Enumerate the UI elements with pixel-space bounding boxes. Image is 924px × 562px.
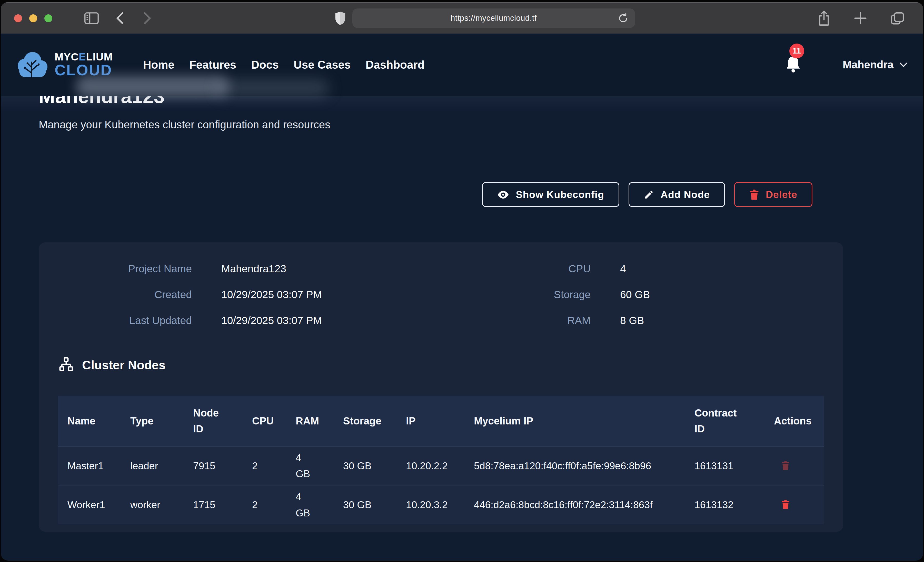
cluster-nodes-table: Name Type Node ID CPU RAM Storage IP Myc…	[58, 396, 824, 524]
privacy-shield-icon[interactable]	[334, 11, 346, 25]
pencil-icon	[644, 190, 654, 200]
nav-link-dashboard[interactable]: Dashboard	[366, 58, 424, 71]
cluster-nodes-title: Cluster Nodes	[82, 358, 165, 372]
table-row-worker1: Worker1 worker 1715 2 4 GB 30 GB 10.20.3…	[58, 485, 824, 524]
cell-storage: 30 GB	[334, 446, 396, 485]
screenshot-stage: https://myceliumcloud.tf	[0, 0, 924, 562]
cluster-header-section: Mahendra123 Manage your Kubernetes clust…	[1, 85, 923, 207]
delete-node-button[interactable]	[781, 499, 790, 510]
cluster-nodes-heading: Cluster Nodes	[58, 357, 824, 373]
nav-link-home[interactable]: Home	[143, 58, 174, 71]
cell-type: worker	[121, 485, 184, 524]
notifications-button[interactable]: 11	[785, 55, 802, 74]
cell-name: Worker1	[58, 485, 121, 524]
cell-type: leader	[121, 446, 184, 485]
reload-icon[interactable]	[617, 12, 629, 24]
delete-cluster-button[interactable]: Delete	[734, 182, 813, 207]
cell-node-id: 1715	[184, 485, 243, 524]
last-updated-value: 10/29/2025 03:07 PM	[192, 315, 382, 327]
ram-value: 8 GB	[591, 315, 824, 327]
brand-logo[interactable]: MYCELIUM CLOUD	[16, 50, 113, 80]
trash-icon	[781, 460, 790, 471]
cell-ip: 10.20.3.2	[396, 485, 464, 524]
address-bar[interactable]: https://myceliumcloud.tf	[352, 9, 635, 28]
cell-cpu: 2	[243, 446, 286, 485]
cell-actions	[765, 446, 824, 485]
cell-contract-id: 1613131	[685, 446, 765, 485]
cell-contract-id: 1613132	[685, 485, 765, 524]
show-kubeconfig-button[interactable]: Show Kubeconfig	[482, 182, 619, 207]
close-window-button[interactable]	[14, 14, 22, 22]
table-row-master1: Master1 leader 7915 2 4 GB 30 GB 10.20.2…	[58, 446, 824, 485]
table-header-row: Name Type Node ID CPU RAM Storage IP Myc…	[58, 396, 824, 446]
cell-ip: 10.20.2.2	[396, 446, 464, 485]
cluster-details-card: Project Name Mahendra123 CPU 4 Created 1…	[39, 242, 843, 532]
col-mycelium-ip: Mycelium IP	[464, 396, 685, 446]
nav-link-docs[interactable]: Docs	[251, 58, 279, 71]
chevron-down-icon	[899, 62, 908, 68]
add-node-button[interactable]: Add Node	[628, 182, 725, 207]
col-node-id: Node ID	[184, 396, 243, 446]
new-tab-icon[interactable]	[853, 11, 868, 25]
col-actions: Actions	[765, 396, 824, 446]
url-text: https://myceliumcloud.tf	[451, 13, 537, 23]
cpu-label: CPU	[382, 263, 591, 275]
page-viewport: MYCELIUM CLOUD Home Features Docs Use Ca…	[1, 34, 923, 560]
col-storage: Storage	[334, 396, 396, 446]
col-ram: RAM	[286, 396, 334, 446]
col-contract-id: Contract ID	[685, 396, 765, 446]
nav-link-features[interactable]: Features	[189, 58, 236, 71]
cluster-actions: Show Kubeconfig Add Node	[39, 182, 843, 207]
storage-label: Storage	[382, 289, 591, 301]
cluster-info-grid: Project Name Mahendra123 CPU 4 Created 1…	[58, 263, 824, 327]
ram-label: RAM	[382, 315, 591, 327]
traffic-lights	[14, 14, 52, 22]
last-updated-label: Last Updated	[58, 315, 192, 327]
browser-toolbar: https://myceliumcloud.tf	[1, 2, 923, 34]
project-name-label: Project Name	[58, 263, 192, 275]
col-cpu: CPU	[243, 396, 286, 446]
nav-link-use-cases[interactable]: Use Cases	[294, 58, 351, 71]
created-label: Created	[58, 289, 192, 301]
cell-actions	[765, 485, 824, 524]
share-icon[interactable]	[816, 10, 831, 27]
blurred-redaction	[76, 76, 230, 97]
notification-count-badge: 11	[789, 43, 804, 58]
cloud-logo-icon	[16, 50, 49, 80]
delete-node-button[interactable]	[781, 460, 790, 471]
sidebar-toggle-icon[interactable]	[84, 11, 99, 25]
created-value: 10/29/2025 03:07 PM	[192, 289, 382, 301]
cell-mycelium-ip: 446:d2a6:8bcd:8c16:ff0f:72e2:3114:863f	[464, 485, 685, 524]
cell-cpu: 2	[243, 485, 286, 524]
minimize-window-button[interactable]	[29, 14, 37, 22]
col-ip: IP	[396, 396, 464, 446]
tab-overview-icon[interactable]	[890, 11, 905, 25]
cell-mycelium-ip: 5d8:78ea:a120:f40c:ff0f:a5fe:99e6:8b96	[464, 446, 685, 485]
cpu-value: 4	[591, 263, 824, 275]
macos-safari-window: https://myceliumcloud.tf	[1, 2, 923, 561]
blurred-redaction-2	[216, 79, 329, 97]
storage-value: 60 GB	[591, 289, 824, 301]
project-name-value: Mahendra123	[192, 263, 382, 275]
cell-ram: 4 GB	[286, 446, 334, 485]
col-name: Name	[58, 396, 121, 446]
cell-node-id: 7915	[184, 446, 243, 485]
trash-icon	[749, 189, 759, 200]
cell-storage: 30 GB	[334, 485, 396, 524]
col-type: Type	[121, 396, 184, 446]
brand-name-top: MYCELIUM	[55, 52, 113, 63]
user-name: Mahendra	[843, 59, 894, 71]
cell-name: Master1	[58, 446, 121, 485]
nav-links: Home Features Docs Use Cases Dashboard	[143, 58, 424, 71]
trash-icon	[781, 499, 790, 510]
page-subtitle: Manage your Kubernetes cluster configura…	[39, 119, 885, 131]
eye-icon	[497, 190, 509, 200]
network-nodes-icon	[58, 357, 74, 373]
zoom-window-button[interactable]	[44, 14, 52, 22]
top-navigation: MYCELIUM CLOUD Home Features Docs Use Ca…	[1, 34, 923, 96]
forward-button-icon[interactable]	[141, 11, 153, 25]
user-menu[interactable]: Mahendra	[843, 59, 908, 71]
cell-ram: 4 GB	[286, 485, 334, 524]
back-button-icon[interactable]	[114, 11, 126, 25]
